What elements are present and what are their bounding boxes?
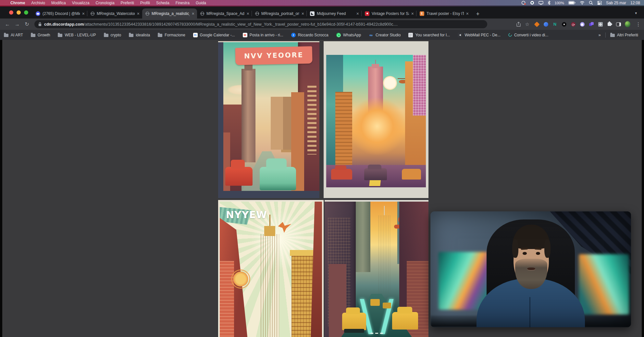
bookmark-google-calendar[interactable]: 31Google Calendar -... bbox=[193, 33, 235, 37]
tab-close-icon[interactable]: × bbox=[302, 11, 304, 16]
menubar-item-guida[interactable]: Guida bbox=[196, 1, 206, 5]
bookmark-creator-studio[interactable]: ∞Creator Studio bbox=[369, 33, 401, 37]
tab-realistic-view-active[interactable]: MRregista_a_realistic_vie × bbox=[142, 8, 197, 19]
share-icon[interactable] bbox=[516, 22, 521, 27]
bookmark-facebook[interactable]: fRiccardo Scrocca bbox=[291, 33, 328, 37]
chrome-menu-kebab-icon[interactable]: ⋮ bbox=[636, 21, 641, 27]
n-extension-icon[interactable]: N bbox=[552, 21, 558, 27]
phantom-ghost-extension-icon[interactable] bbox=[579, 21, 585, 27]
tab-search-chevron-icon[interactable]: ▾ bbox=[635, 11, 637, 15]
zoom-window-button[interactable] bbox=[24, 10, 28, 15]
bookmark-you-searched[interactable]: You searched for I... bbox=[408, 33, 450, 37]
battery-icon[interactable] bbox=[568, 1, 576, 5]
extensions-puzzle-icon[interactable] bbox=[607, 21, 612, 27]
display-icon[interactable] bbox=[539, 1, 543, 5]
black-circle-extension-icon[interactable] bbox=[561, 21, 567, 27]
tab-close-icon[interactable]: × bbox=[82, 11, 85, 16]
webcam-overlay bbox=[430, 211, 631, 327]
minimize-window-button[interactable] bbox=[17, 10, 21, 15]
password-key-extension-icon[interactable] bbox=[570, 21, 576, 27]
address-bar[interactable]: cdn.discordapp.com/attachments/101351233… bbox=[34, 20, 487, 28]
p4-background-tower-left bbox=[354, 202, 370, 272]
key-shape bbox=[571, 22, 576, 27]
p4-yellow-taxi-right bbox=[392, 312, 418, 330]
menubar-item-finestra[interactable]: Finestra bbox=[176, 1, 190, 5]
bookmark-folder-web-level-up[interactable]: WEB - LEVEL-UP bbox=[58, 33, 96, 37]
bookmark-folder-crypto[interactable]: crypto bbox=[104, 33, 121, 37]
avatar-circle bbox=[625, 21, 630, 27]
bookmark-folder-idealista[interactable]: idealista bbox=[129, 33, 150, 37]
puzzle-shape bbox=[608, 22, 611, 26]
poster-new-york-top-left[interactable]: NVV YEOORE bbox=[218, 41, 319, 198]
metamask-extension-icon[interactable] bbox=[534, 21, 539, 27]
tab-close-icon[interactable]: × bbox=[466, 11, 469, 16]
gmail-icon: M bbox=[243, 33, 247, 37]
tab-title: MRregista_Space_Advent bbox=[206, 11, 244, 16]
blue-circle-shape bbox=[544, 22, 548, 27]
menubar-item-cronologia[interactable]: Cronologia bbox=[96, 1, 115, 5]
app-status-icon[interactable] bbox=[530, 1, 534, 5]
tab-title: Vintage Posters for Sale | bbox=[372, 11, 409, 16]
menubar-item-preferiti[interactable]: Preferiti bbox=[121, 1, 134, 5]
poster-new-york-bottom-left[interactable]: NYYEW bbox=[218, 200, 324, 337]
grid-extension-icon[interactable] bbox=[598, 21, 603, 27]
menubar-date[interactable]: Sab 25 mar bbox=[606, 1, 626, 5]
tab-watercolor[interactable]: MRregista_Watercolor_Pa × bbox=[87, 8, 142, 19]
bookmark-label: WhatsApp bbox=[343, 33, 361, 37]
bookmark-webmail-pec[interactable]: WebMail PEC - De... bbox=[458, 33, 500, 37]
p4-distant-taxi-2 bbox=[383, 303, 391, 309]
bookmark-folder-growth[interactable]: Growth bbox=[31, 33, 50, 37]
menubar-item-modifica[interactable]: Modifica bbox=[51, 1, 66, 5]
bookmark-folder-ai-art[interactable]: AI ART bbox=[4, 33, 23, 37]
tab-close-icon[interactable]: × bbox=[411, 11, 414, 16]
bookmark-star-icon[interactable]: ☆ bbox=[525, 21, 529, 27]
p4-empire-state-building bbox=[378, 215, 390, 294]
tab-midjourney-feed[interactable]: Midjourney Feed × bbox=[307, 8, 362, 19]
poster-new-york-bottom-right[interactable] bbox=[325, 200, 428, 337]
bookmarks-overflow-chevron[interactable]: » bbox=[598, 32, 601, 37]
url-text: cdn.discordapp.com/attachments/101351233… bbox=[44, 22, 398, 27]
forward-button[interactable]: → bbox=[13, 20, 21, 29]
menubar-item-chrome[interactable]: Chrome bbox=[10, 1, 25, 5]
back-button[interactable]: ← bbox=[3, 20, 12, 29]
tab-close-icon[interactable]: × bbox=[247, 11, 249, 16]
blue-wallet-extension-icon[interactable] bbox=[543, 21, 549, 27]
macos-menubar: Chrome Archivio Modifica Visualizza Cron… bbox=[0, 0, 644, 6]
menubar-item-visualizza[interactable]: Visualizza bbox=[72, 1, 90, 5]
profile-avatar[interactable] bbox=[625, 21, 630, 27]
control-center-icon[interactable] bbox=[597, 1, 602, 5]
tab-discord[interactable]: (2765) Discord | @Midjou × bbox=[32, 8, 87, 19]
folder-icon bbox=[129, 34, 133, 37]
close-window-button[interactable] bbox=[9, 10, 13, 15]
side-panel-icon[interactable] bbox=[616, 21, 621, 27]
menubar-item-scheda[interactable]: Scheda bbox=[156, 1, 169, 5]
red-favicon bbox=[365, 11, 369, 16]
purple-squares-extension-icon[interactable] bbox=[588, 21, 594, 27]
wifi-icon[interactable] bbox=[580, 1, 585, 5]
menubar-time[interactable]: 12:08 bbox=[630, 1, 640, 5]
menubar-item-profili[interactable]: Profili bbox=[140, 1, 150, 5]
bluetooth-icon[interactable] bbox=[548, 1, 551, 5]
tabs-container: (2765) Discord | @Midjou × MRregista_Wat… bbox=[32, 8, 482, 19]
p1-distant-towers bbox=[271, 97, 293, 150]
poster-new-york-top-right[interactable] bbox=[324, 41, 428, 198]
p1-red-classic-car bbox=[225, 167, 253, 186]
bookmark-altri-preferiti[interactable]: Altri Preferiti bbox=[610, 33, 638, 37]
screen-record-icon[interactable] bbox=[521, 1, 526, 5]
bookmark-gmail[interactable]: MPosta in arrivo - ri... bbox=[243, 33, 283, 37]
tab-vintage-posters[interactable]: Vintage Posters for Sale | × bbox=[362, 8, 416, 19]
bookmark-folder-formazione[interactable]: Formazione bbox=[158, 33, 185, 37]
reload-button[interactable]: ↻ bbox=[23, 20, 31, 29]
tab-portrait[interactable]: MRregista_portrait_on_a_ × bbox=[252, 8, 307, 19]
menubar-item-archivio[interactable]: Archivio bbox=[31, 1, 45, 5]
tab-close-icon[interactable]: × bbox=[356, 11, 359, 16]
tab-close-icon[interactable]: × bbox=[137, 11, 140, 16]
bookmark-whatsapp[interactable]: WhatsApp bbox=[336, 33, 361, 37]
bookmark-converti-video[interactable]: Converti i video di... bbox=[508, 33, 548, 37]
tab-etsy[interactable]: E Travel poster - Etsy IT × bbox=[416, 8, 471, 19]
black-circle-shape bbox=[562, 22, 566, 27]
tab-space-adventure[interactable]: MRregista_Space_Advent × bbox=[197, 8, 252, 19]
tab-close-icon[interactable]: × bbox=[192, 11, 194, 16]
spotlight-search-icon[interactable] bbox=[589, 1, 593, 5]
new-tab-button[interactable]: + bbox=[473, 9, 482, 19]
